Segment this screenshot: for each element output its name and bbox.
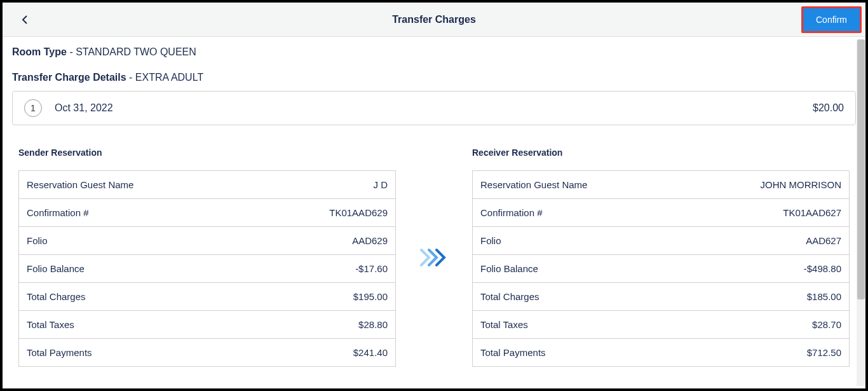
scrollbar-thumb[interactable] xyxy=(857,39,865,299)
charge-number-badge: 1 xyxy=(24,99,42,117)
reservation-row-label: Confirmation # xyxy=(27,207,89,218)
transfer-charge-details-value: EXTRA ADULT xyxy=(135,72,203,83)
reservation-row-value: JOHN MORRISON xyxy=(761,179,842,190)
reservation-row-label: Reservation Guest Name xyxy=(27,179,133,190)
reservation-row: Total Taxes$28.80 xyxy=(19,311,395,339)
reservation-row: Total Taxes$28.70 xyxy=(473,311,849,339)
reservation-row: Confirmation #TK01AAD627 xyxy=(473,199,849,227)
reservation-row-value: -$498.80 xyxy=(804,263,841,274)
charge-item-row[interactable]: 1 Oct 31, 2022 $20.00 xyxy=(12,91,856,125)
receiver-reservation-title: Receiver Reservation xyxy=(472,147,850,158)
app-window: Transfer Charges Confirm Room Type - STA… xyxy=(3,3,865,388)
reservation-row-value: J D xyxy=(374,179,388,190)
reservation-row: Total Payments$712.50 xyxy=(473,339,849,366)
reservation-row-label: Folio xyxy=(480,235,501,246)
reservation-row: Reservation Guest NameJ D xyxy=(19,171,395,199)
reservation-row: Confirmation #TK01AAD629 xyxy=(19,199,395,227)
reservation-row-value: $28.70 xyxy=(812,319,841,330)
sender-reservation-block: Sender Reservation Reservation Guest Nam… xyxy=(18,147,396,367)
chevron-left-icon xyxy=(22,15,28,25)
reservation-row-label: Folio xyxy=(27,235,48,246)
charge-amount: $20.00 xyxy=(813,102,844,114)
reservation-row-value: TK01AAD627 xyxy=(783,207,841,218)
reservation-row-value: $712.50 xyxy=(807,347,841,358)
charge-date: Oct 31, 2022 xyxy=(55,102,813,114)
reservation-row-label: Confirmation # xyxy=(480,207,543,218)
reservations-container: Sender Reservation Reservation Guest Nam… xyxy=(12,147,856,367)
reservation-row: Total Charges$195.00 xyxy=(19,283,395,311)
room-type-value: STANDARD TWO QUEEN xyxy=(76,46,196,57)
reservation-row-label: Total Payments xyxy=(480,347,546,358)
back-button[interactable] xyxy=(15,10,34,29)
reservation-row: Folio Balance-$498.80 xyxy=(473,255,849,283)
reservation-row-label: Total Taxes xyxy=(480,319,528,330)
reservation-row: FolioAAD629 xyxy=(19,227,395,255)
scrollbar-track[interactable] xyxy=(857,39,865,386)
transfer-charge-details-line: Transfer Charge Details - EXTRA ADULT xyxy=(12,72,856,83)
reservation-row-label: Total Payments xyxy=(27,347,92,358)
reservation-row: FolioAAD627 xyxy=(473,227,849,255)
sender-reservation-table: Reservation Guest NameJ DConfirmation #T… xyxy=(18,170,396,367)
reservation-row-label: Total Taxes xyxy=(27,319,74,330)
receiver-reservation-block: Receiver Reservation Reservation Guest N… xyxy=(472,147,850,367)
sender-reservation-title: Sender Reservation xyxy=(18,147,396,158)
arrow-right-icon xyxy=(420,247,448,268)
reservation-row-value: $241.40 xyxy=(353,347,388,358)
reservation-row-label: Reservation Guest Name xyxy=(480,179,587,190)
reservation-row-value: $185.00 xyxy=(807,291,841,302)
page-title: Transfer Charges xyxy=(392,14,476,25)
reservation-row: Reservation Guest NameJOHN MORRISON xyxy=(473,171,849,199)
reservation-row: Total Charges$185.00 xyxy=(473,283,849,311)
reservation-row-value: AAD629 xyxy=(352,235,388,246)
receiver-reservation-table: Reservation Guest NameJOHN MORRISONConfi… xyxy=(472,170,850,367)
reservation-row-label: Folio Balance xyxy=(27,263,85,274)
reservation-row-value: TK01AAD629 xyxy=(329,207,388,218)
reservation-row-value: -$17.60 xyxy=(355,263,388,274)
header-bar: Transfer Charges Confirm xyxy=(3,3,865,37)
reservation-row-label: Total Charges xyxy=(480,291,539,302)
reservation-row-label: Total Charges xyxy=(27,291,86,302)
reservation-row: Total Payments$241.40 xyxy=(19,339,395,366)
confirm-button[interactable]: Confirm xyxy=(801,6,862,33)
content-area: Room Type - STANDARD TWO QUEEN Transfer … xyxy=(3,37,865,388)
reservation-row-value: AAD627 xyxy=(806,235,841,246)
reservation-row: Folio Balance-$17.60 xyxy=(19,255,395,283)
room-type-label: Room Type xyxy=(12,46,67,57)
reservation-row-value: $195.00 xyxy=(353,291,388,302)
transfer-arrow-container xyxy=(396,247,472,268)
transfer-charge-details-label: Transfer Charge Details xyxy=(12,72,126,83)
reservation-row-value: $28.80 xyxy=(358,319,388,330)
room-type-line: Room Type - STANDARD TWO QUEEN xyxy=(12,46,856,58)
reservation-row-label: Folio Balance xyxy=(480,263,538,274)
